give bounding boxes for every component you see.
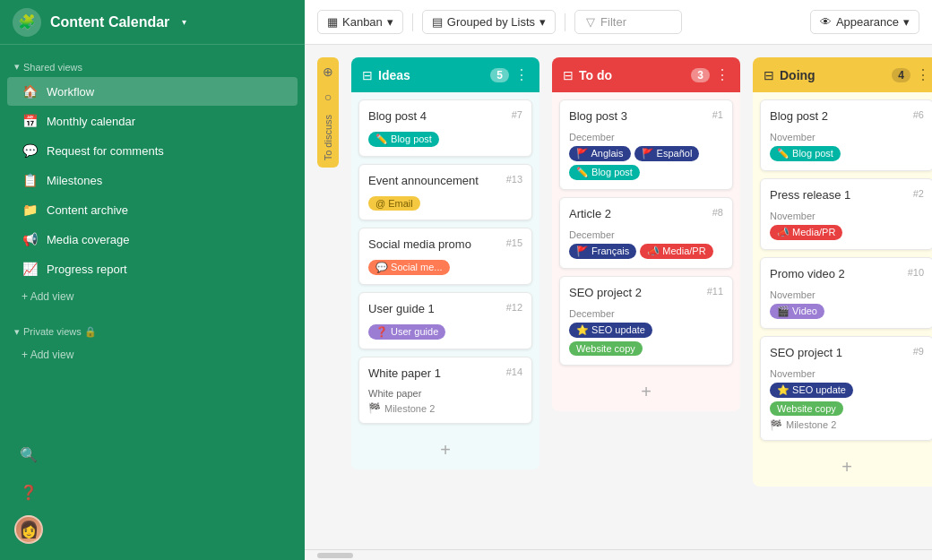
column-doing-body: Blog post 2 #6 November ✏️ Blog post Pre… xyxy=(753,92,932,487)
card-promo-video-date: November xyxy=(770,289,924,300)
side-label-collapse-icon[interactable]: ○ xyxy=(324,82,332,108)
ideas-add-card-button[interactable]: + xyxy=(351,431,539,470)
card-social-tags: 💬 Social me... xyxy=(368,260,522,275)
card-seo-project-2-date: December xyxy=(569,308,723,319)
sidebar-title-arrow[interactable]: ▾ xyxy=(182,17,186,27)
todo-collapse-icon[interactable]: ⊟ xyxy=(563,68,574,82)
column-doing: ⊟ Doing 4 ⋮ Blog post 2 #6 November ✏ xyxy=(753,57,932,487)
group-arrow: ▾ xyxy=(539,15,546,29)
card-event-tags: @ Email xyxy=(368,196,522,211)
tag-video[interactable]: 🎬 Video xyxy=(770,304,824,319)
seo-project-1-milestone: 🏁 Milestone 2 xyxy=(770,419,924,431)
filter-input[interactable]: ▽ Filter xyxy=(574,10,682,34)
ideas-collapse-icon[interactable]: ⊟ xyxy=(362,68,373,82)
horizontal-scrollbar[interactable] xyxy=(305,549,932,560)
doing-menu-icon[interactable]: ⋮ xyxy=(916,66,930,83)
help-icon[interactable]: ❓ xyxy=(14,478,43,506)
group-icon: ▤ xyxy=(432,15,443,29)
side-label-column: ⊕ ○ To discuss xyxy=(317,57,339,168)
tag-seo-update-2[interactable]: ⭐ SEO update xyxy=(569,323,652,338)
card-blog-post-4-tags: ✏️ Blog post xyxy=(368,132,522,147)
card-event-announcement[interactable]: Event announcement #13 @ Email xyxy=(358,164,532,220)
todo-menu-icon[interactable]: ⋮ xyxy=(715,66,729,83)
card-press-release-header: Press release 1 #2 xyxy=(770,188,924,203)
add-shared-view-button[interactable]: + Add view xyxy=(7,285,298,308)
ideas-menu-icon[interactable]: ⋮ xyxy=(514,66,529,83)
column-ideas: ⊟ Ideas 5 ⋮ Blog post 4 #7 ✏️ Blog post xyxy=(351,57,539,470)
card-promo-video-2[interactable]: Promo video 2 #10 November 🎬 Video xyxy=(760,257,932,329)
card-seo-project-1-tags: ⭐ SEO update Website copy xyxy=(770,383,924,416)
shared-views-label[interactable]: ▾ Shared views xyxy=(0,54,305,76)
card-seo-project-1[interactable]: SEO project 1 #9 November ⭐ SEO update W… xyxy=(760,336,932,441)
card-blog-post-2[interactable]: Blog post 2 #6 November ✏️ Blog post xyxy=(760,99,932,171)
calendar-icon: 📅 xyxy=(22,114,38,128)
sidebar-item-milestones[interactable]: 📋 Milestones xyxy=(7,166,298,194)
tag-website-copy-1[interactable]: Website copy xyxy=(770,401,843,416)
tag-seo-update-1[interactable]: ⭐ SEO update xyxy=(770,383,853,398)
tag-media-pr-press[interactable]: 📣 Media/PR xyxy=(770,225,842,240)
tag-blog-post-2[interactable]: ✏️ Blog post xyxy=(770,146,841,161)
card-article-2-header: Article 2 #8 xyxy=(569,207,723,222)
card-social-media-promo[interactable]: Social media promo #15 💬 Social me... xyxy=(358,228,532,285)
card-seo-project-1-header: SEO project 1 #9 xyxy=(770,346,924,361)
card-white-paper-1[interactable]: White paper 1 #14 White paper 🏁 Mileston… xyxy=(358,357,532,425)
sidebar-item-progress-report[interactable]: 📈 Progress report xyxy=(7,254,298,283)
sidebar-bottom: 🔍 ❓ 👩 xyxy=(0,431,305,560)
card-press-release-tags: 📣 Media/PR xyxy=(770,225,924,240)
card-white-paper-header: White paper 1 #14 xyxy=(368,366,522,382)
avatar[interactable]: 👩 xyxy=(14,515,43,544)
tag-anglais[interactable]: 🚩 Anglais xyxy=(569,146,631,161)
card-press-release-1[interactable]: Press release 1 #2 November 📣 Media/PR xyxy=(760,178,932,250)
sidebar-item-request-comments[interactable]: 💬 Request for comments xyxy=(7,136,298,165)
tag-user-guide[interactable]: ❓ User guide xyxy=(368,324,445,340)
eye-icon: 👁 xyxy=(820,15,832,29)
private-views-label[interactable]: ▾ Private views 🔒 xyxy=(0,319,305,341)
column-todo-body: Blog post 3 #1 December 🚩 Anglais 🚩 Espa… xyxy=(552,92,740,411)
card-user-guide-1[interactable]: User guide 1 #12 ❓ User guide xyxy=(358,292,532,349)
card-blog-post-4[interactable]: Blog post 4 #7 ✏️ Blog post xyxy=(358,99,532,157)
appearance-arrow: ▾ xyxy=(903,15,910,29)
sidebar-item-media-coverage[interactable]: 📢 Media coverage xyxy=(7,225,298,254)
tag-social[interactable]: 💬 Social me... xyxy=(368,260,450,275)
kanban-icon: ▦ xyxy=(327,15,338,29)
search-icon[interactable]: 🔍 xyxy=(14,440,43,469)
filter-icon: ▽ xyxy=(586,15,595,29)
card-seo-project-1-date: November xyxy=(770,368,924,379)
sidebar-item-content-archive[interactable]: 📁 Content archive xyxy=(7,195,298,224)
app-logo[interactable]: 🧩 xyxy=(13,8,41,37)
column-todo-header: ⊟ To do 3 ⋮ xyxy=(552,57,740,92)
card-promo-video-tags: 🎬 Video xyxy=(770,304,924,319)
add-private-view-button[interactable]: + Add view xyxy=(7,343,298,366)
sidebar-item-workflow[interactable]: 🏠 Workflow xyxy=(7,77,298,106)
tag-email[interactable]: @ Email xyxy=(368,196,420,211)
milestone-icon: 📋 xyxy=(22,173,38,187)
card-event-announcement-header: Event announcement #13 xyxy=(368,174,522,189)
appearance-button[interactable]: 👁 Appearance ▾ xyxy=(810,10,919,34)
doing-add-card-button[interactable]: + xyxy=(753,448,932,487)
card-press-release-date: November xyxy=(770,211,924,221)
kanban-board: ⊕ ○ To discuss ⊟ Ideas 5 ⋮ Blog post 4 #… xyxy=(305,45,932,549)
tag-media-pr-article[interactable]: 📣 Media/PR xyxy=(640,244,712,259)
sidebar-item-monthly-calendar[interactable]: 📅 Monthly calendar xyxy=(7,107,298,135)
card-seo-project-2[interactable]: SEO project 2 #11 December ⭐ SEO update … xyxy=(559,276,733,366)
tag-espanol[interactable]: 🚩 Español xyxy=(634,146,700,161)
tag-francais[interactable]: 🚩 Français xyxy=(569,244,636,259)
doing-collapse-icon[interactable]: ⊟ xyxy=(764,68,774,82)
grouped-by-button[interactable]: ▤ Grouped by Lists ▾ xyxy=(422,10,556,34)
card-article-2[interactable]: Article 2 #8 December 🚩 Français 📣 Media… xyxy=(559,197,733,269)
todo-add-card-button[interactable]: + xyxy=(552,373,740,411)
card-user-guide-header: User guide 1 #12 xyxy=(368,302,522,317)
kanban-button[interactable]: ▦ Kanban ▾ xyxy=(317,10,403,34)
tag-blog-post[interactable]: ✏️ Blog post xyxy=(368,132,439,147)
tag-website-copy-2[interactable]: Website copy xyxy=(569,341,643,356)
card-blog-post-3[interactable]: Blog post 3 #1 December 🚩 Anglais 🚩 Espa… xyxy=(559,99,733,190)
card-blog-post-3-header: Blog post 3 #1 xyxy=(569,109,723,125)
archive-icon: 📁 xyxy=(22,202,38,217)
chart-icon: 📈 xyxy=(22,262,38,276)
card-article-2-date: December xyxy=(569,229,723,240)
card-blog-post-3-tags: 🚩 Anglais 🚩 Español ✏️ Blog post xyxy=(569,146,723,180)
card-article-2-tags: 🚩 Français 📣 Media/PR xyxy=(569,244,723,259)
card-blog-post-2-header: Blog post 2 #6 xyxy=(770,109,924,125)
tag-blog-post-3[interactable]: ✏️ Blog post xyxy=(569,165,640,180)
milestone-flag-icon: 🏁 xyxy=(368,402,381,414)
